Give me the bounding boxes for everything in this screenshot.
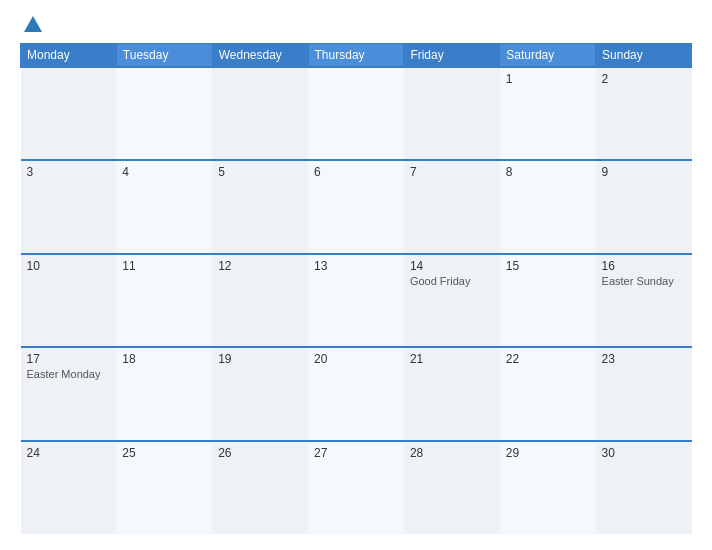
day-number: 23 bbox=[602, 352, 686, 366]
calendar-cell: 25 bbox=[116, 441, 212, 534]
calendar-cell: 2 bbox=[596, 67, 692, 160]
day-number: 17 bbox=[27, 352, 111, 366]
weekday-thursday: Thursday bbox=[308, 44, 404, 68]
weekday-wednesday: Wednesday bbox=[212, 44, 308, 68]
day-number: 15 bbox=[506, 259, 590, 273]
day-number: 20 bbox=[314, 352, 398, 366]
day-number: 9 bbox=[602, 165, 686, 179]
weekday-friday: Friday bbox=[404, 44, 500, 68]
calendar-cell: 4 bbox=[116, 160, 212, 253]
day-number: 27 bbox=[314, 446, 398, 460]
logo-triangle-icon bbox=[24, 16, 42, 32]
day-number: 18 bbox=[122, 352, 206, 366]
day-number: 28 bbox=[410, 446, 494, 460]
calendar-table: MondayTuesdayWednesdayThursdayFridaySatu… bbox=[20, 43, 692, 534]
calendar-cell: 19 bbox=[212, 347, 308, 440]
calendar-cell: 28 bbox=[404, 441, 500, 534]
day-event: Good Friday bbox=[410, 275, 494, 287]
day-number: 21 bbox=[410, 352, 494, 366]
day-number: 24 bbox=[27, 446, 111, 460]
day-number: 11 bbox=[122, 259, 206, 273]
calendar-cell: 23 bbox=[596, 347, 692, 440]
calendar-cell bbox=[404, 67, 500, 160]
calendar-cell: 27 bbox=[308, 441, 404, 534]
weekday-saturday: Saturday bbox=[500, 44, 596, 68]
day-number: 7 bbox=[410, 165, 494, 179]
day-number: 29 bbox=[506, 446, 590, 460]
day-number: 8 bbox=[506, 165, 590, 179]
calendar-cell: 5 bbox=[212, 160, 308, 253]
calendar-cell bbox=[21, 67, 117, 160]
calendar-cell bbox=[116, 67, 212, 160]
calendar-page: MondayTuesdayWednesdayThursdayFridaySatu… bbox=[0, 0, 712, 550]
calendar-cell bbox=[308, 67, 404, 160]
day-number: 2 bbox=[602, 72, 686, 86]
weekday-tuesday: Tuesday bbox=[116, 44, 212, 68]
week-row-2: 3456789 bbox=[21, 160, 692, 253]
week-row-3: 1011121314Good Friday1516Easter Sunday bbox=[21, 254, 692, 347]
calendar-cell: 11 bbox=[116, 254, 212, 347]
calendar-cell: 16Easter Sunday bbox=[596, 254, 692, 347]
weekday-header-row: MondayTuesdayWednesdayThursdayFridaySatu… bbox=[21, 44, 692, 68]
day-number: 5 bbox=[218, 165, 302, 179]
day-number: 30 bbox=[602, 446, 686, 460]
calendar-cell: 1 bbox=[500, 67, 596, 160]
calendar-cell: 21 bbox=[404, 347, 500, 440]
day-number: 19 bbox=[218, 352, 302, 366]
calendar-cell: 13 bbox=[308, 254, 404, 347]
weekday-sunday: Sunday bbox=[596, 44, 692, 68]
calendar-cell: 10 bbox=[21, 254, 117, 347]
day-number: 3 bbox=[27, 165, 111, 179]
calendar-cell bbox=[212, 67, 308, 160]
calendar-cell: 6 bbox=[308, 160, 404, 253]
calendar-cell: 24 bbox=[21, 441, 117, 534]
week-row-1: 12 bbox=[21, 67, 692, 160]
day-number: 1 bbox=[506, 72, 590, 86]
calendar-cell: 26 bbox=[212, 441, 308, 534]
calendar-cell: 15 bbox=[500, 254, 596, 347]
calendar-cell: 12 bbox=[212, 254, 308, 347]
calendar-cell: 20 bbox=[308, 347, 404, 440]
day-number: 10 bbox=[27, 259, 111, 273]
calendar-cell: 9 bbox=[596, 160, 692, 253]
day-number: 22 bbox=[506, 352, 590, 366]
day-number: 4 bbox=[122, 165, 206, 179]
day-number: 6 bbox=[314, 165, 398, 179]
weekday-monday: Monday bbox=[21, 44, 117, 68]
calendar-header bbox=[20, 16, 692, 33]
day-number: 12 bbox=[218, 259, 302, 273]
calendar-cell: 30 bbox=[596, 441, 692, 534]
day-number: 14 bbox=[410, 259, 494, 273]
calendar-cell: 22 bbox=[500, 347, 596, 440]
day-number: 25 bbox=[122, 446, 206, 460]
calendar-cell: 18 bbox=[116, 347, 212, 440]
logo bbox=[20, 16, 42, 33]
day-number: 16 bbox=[602, 259, 686, 273]
calendar-cell: 3 bbox=[21, 160, 117, 253]
day-event: Easter Monday bbox=[27, 368, 111, 380]
calendar-cell: 29 bbox=[500, 441, 596, 534]
calendar-cell: 7 bbox=[404, 160, 500, 253]
week-row-5: 24252627282930 bbox=[21, 441, 692, 534]
calendar-cell: 14Good Friday bbox=[404, 254, 500, 347]
calendar-cell: 17Easter Monday bbox=[21, 347, 117, 440]
day-number: 26 bbox=[218, 446, 302, 460]
week-row-4: 17Easter Monday181920212223 bbox=[21, 347, 692, 440]
calendar-cell: 8 bbox=[500, 160, 596, 253]
day-number: 13 bbox=[314, 259, 398, 273]
day-event: Easter Sunday bbox=[602, 275, 686, 287]
